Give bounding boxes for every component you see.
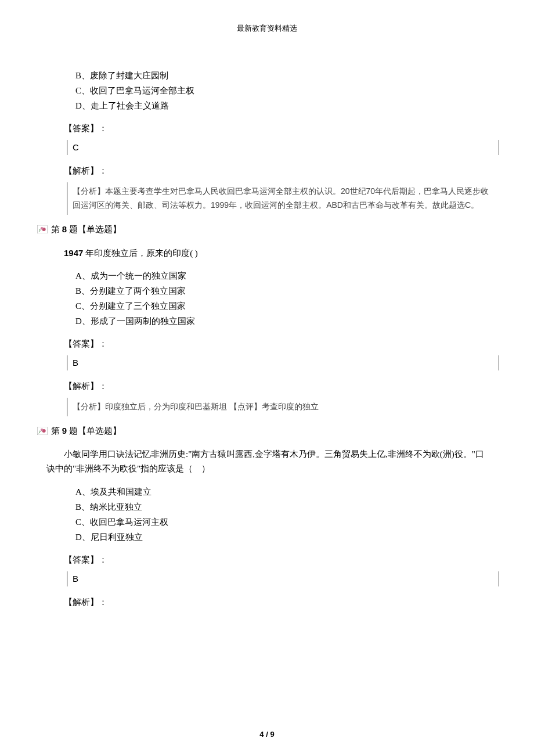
q8-stem-year: 1947 <box>64 248 83 258</box>
page-current: 4 <box>259 730 264 739</box>
q9-header: 第 9 题【单选题】 <box>35 426 499 437</box>
q8-analysis-text: 【分析】印度独立后，分为印度和巴基斯坦 【点评】考查印度的独立 <box>67 398 499 416</box>
q7-option-d: D、走上了社会主义道路 <box>75 99 499 113</box>
q9-option-c: C、收回巴拿马运河主权 <box>75 515 499 529</box>
page-total: 9 <box>270 730 274 739</box>
q8-answer-label: 【答案】： <box>64 339 499 350</box>
q8-stem-rest: 年印度独立后，原来的印度( ) <box>83 249 198 258</box>
q9-option-a: A、埃及共和国建立 <box>75 485 499 499</box>
svg-point-2 <box>41 227 43 229</box>
q8-number: 第 8 题【单选题】 <box>51 224 121 235</box>
page-sep: / <box>264 730 270 739</box>
svg-point-5 <box>41 429 43 431</box>
q9-num-post: 题【单选题】 <box>67 426 121 435</box>
q9-option-d: D、尼日利亚独立 <box>75 530 499 544</box>
page-footer: 4 / 9 <box>0 730 534 739</box>
q8-stem: 1947 年印度独立后，原来的印度( ) <box>35 246 499 261</box>
q7-analysis-text: 【分析】本题主要考查学生对巴拿马人民收回巴拿马运河全部主权的认识。20世纪70年… <box>67 182 499 215</box>
flower-icon <box>37 427 48 435</box>
content: B、废除了封建大庄园制 C、收回了巴拿马运河全部主权 D、走上了社会主义道路 【… <box>0 69 534 608</box>
q9-num-val: 9 <box>62 426 67 435</box>
q8-analysis-label: 【解析】： <box>64 381 499 392</box>
q9-option-b: B、纳米比亚独立 <box>75 500 499 514</box>
q8-option-d: D、形成了一国两制的独立国家 <box>75 314 499 328</box>
q7-options: B、废除了封建大庄园制 C、收回了巴拿马运河全部主权 D、走上了社会主义道路 <box>35 69 499 113</box>
q8-options: A、成为一个统一的独立国家 B、分别建立了两个独立国家 C、分别建立了三个独立国… <box>35 269 499 328</box>
q8-header: 第 8 题【单选题】 <box>35 224 499 235</box>
q7-answer-value: C <box>67 140 499 155</box>
q9-options: A、埃及共和国建立 B、纳米比亚独立 C、收回巴拿马运河主权 D、尼日利亚独立 <box>35 485 499 544</box>
q8-num-val: 8 <box>62 224 67 234</box>
q8-answer-value: B <box>67 355 499 370</box>
q8-option-a: A、成为一个统一的独立国家 <box>75 269 499 283</box>
page-header: 最新教育资料精选 <box>0 23 534 34</box>
page: 最新教育资料精选 B、废除了封建大庄园制 C、收回了巴拿马运河全部主权 D、走上… <box>0 0 534 756</box>
q8-option-c: C、分别建立了三个独立国家 <box>75 299 499 313</box>
q9-answer-label: 【答案】： <box>64 555 499 566</box>
q8-option-b: B、分别建立了两个独立国家 <box>75 284 499 298</box>
q9-stem: 小敏同学用口诀法记忆非洲历史:"南方古猿叫露西,金字塔有木乃伊。三角贸易失上亿,… <box>35 447 499 477</box>
q7-option-c: C、收回了巴拿马运河全部主权 <box>75 84 499 98</box>
q9-analysis-label: 【解析】： <box>64 597 499 608</box>
q7-option-b: B、废除了封建大庄园制 <box>75 69 499 82</box>
q9-number: 第 9 题【单选题】 <box>51 426 121 437</box>
q9-num-pre: 第 <box>51 426 62 435</box>
q8-num-pre: 第 <box>51 225 62 234</box>
q7-answer-label: 【答案】： <box>64 123 499 134</box>
q9-answer-value: B <box>67 571 499 586</box>
flower-icon <box>37 225 48 233</box>
q7-analysis-label: 【解析】： <box>64 165 499 177</box>
q8-num-post: 题【单选题】 <box>67 225 121 234</box>
